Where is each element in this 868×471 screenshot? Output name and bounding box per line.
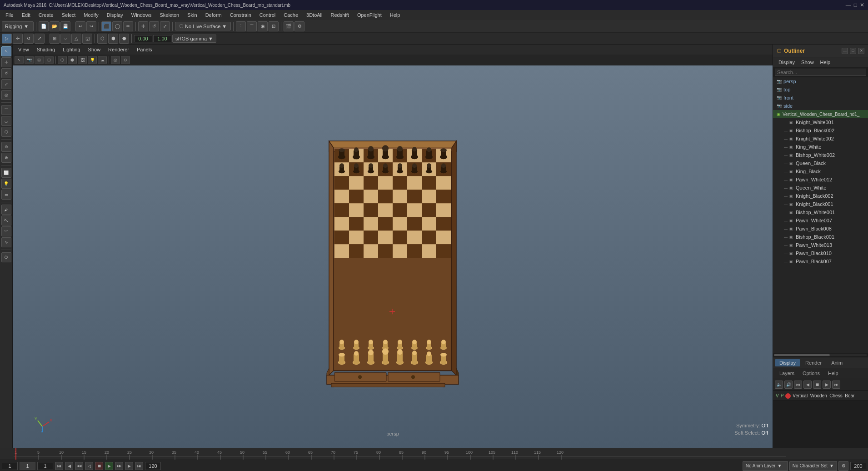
menu-select[interactable]: Select [58,11,80,19]
menu-create[interactable]: Create [35,11,57,19]
maximize-button[interactable]: □ [854,2,857,8]
select-mode-button[interactable]: ▷ [2,34,12,44]
vp-shadow-btn[interactable]: ☁ [98,56,107,64]
vp-isolate-btn[interactable]: ⊙ [121,56,130,64]
outliner-item-front[interactable]: 📷 front [773,94,868,102]
poly-tool[interactable]: ⬡ [1,127,11,137]
curve-tool[interactable]: ⌒ [1,105,11,115]
outliner-item-pawn-white007[interactable]: — ▣ Pawn_White007 [773,216,868,225]
lasso-tool-button[interactable]: ◯ [112,21,122,31]
component-mode-button[interactable]: ⊞ [50,34,60,44]
subtab-options[interactable]: Options [799,370,823,376]
prev-frame-btn[interactable]: ◀ [65,462,73,470]
scene-lights[interactable]: 💡 [1,179,11,189]
close-button[interactable]: ✕ [860,2,864,8]
scale-tool-left[interactable]: ⤢ [1,79,11,89]
gamma-input[interactable] [153,35,171,42]
audio-next-btn[interactable]: 🔊 [784,381,793,389]
menu-cache[interactable]: Cache [280,11,302,19]
outliner-item-bishop-black002[interactable]: — ▣ Bishop_Black002 [773,126,868,135]
outliner-item-queen-white[interactable]: — ▣ Queen_White [773,184,868,192]
char-set-dropdown[interactable]: No Character Set ▼ [789,461,837,471]
rotate-tool-left[interactable]: ↺ [1,68,11,78]
no-live-surface[interactable]: ⬡ No Live Surface ▼ [175,22,231,30]
snap-grid-button[interactable]: ⋮ [236,21,246,31]
stop-playback-btn[interactable]: ⏹ [95,462,103,470]
step-forward-btn[interactable]: ⏭ [832,381,840,389]
new-scene-button[interactable]: 📄 [39,21,49,31]
cloth-tool[interactable]: 〰 [1,226,11,236]
fur-tool[interactable]: ∿ [1,237,11,247]
paint-brush-tool[interactable]: 🖌 [1,205,11,215]
time-slider-tool[interactable]: ⏱ [1,252,11,262]
nurbs-tool[interactable]: ◡ [1,116,11,126]
vp-camera-btn[interactable]: 📷 [25,56,34,64]
outliner-maximize[interactable]: □ [850,48,856,54]
outliner-item-bishop-black001[interactable]: — ▣ Bishop_Black001 [773,233,868,241]
rewind-to-start-btn[interactable]: ⏮ [55,462,63,470]
ik-tool[interactable]: ⊗ [1,153,11,163]
menu-3dtoall[interactable]: 3DtoAll [303,11,326,19]
soft-mod-tool[interactable]: ◎ [1,90,11,100]
menu-windows[interactable]: Windows [128,11,155,19]
redo-button[interactable]: ↪ [86,21,96,31]
outliner-item-knight-black002[interactable]: — ▣ Knight_Black002 [773,192,868,200]
menu-skeleton[interactable]: Skeleton [156,11,183,19]
vp-menu-shading[interactable]: Shading [33,46,59,53]
tab-render[interactable]: Render [801,359,826,366]
snap-point-button[interactable]: ◉ [258,21,268,31]
outliner-item-knight-black001[interactable]: — ▣ Knight_Black001 [773,200,868,208]
vp-select-btn[interactable]: ↖ [15,56,24,64]
menu-openflight[interactable]: OpenFlight [354,11,385,19]
timeline-ruler[interactable]: 1 5 10 15 20 25 30 35 40 45 50 55 60 65 … [0,448,868,460]
outliner-item-king-black[interactable]: — ▣ King_Black [773,167,868,175]
outliner-item-queen-black[interactable]: — ▣ Queen_Black [773,159,868,167]
vp-menu-show[interactable]: Show [85,46,105,53]
snap-surface-button[interactable]: ⊡ [269,21,279,31]
menu-edit[interactable]: Edit [18,11,34,19]
menu-help[interactable]: Help [386,11,404,19]
outliner-item-pawn-black008[interactable]: — ▣ Pawn_Black008 [773,225,868,233]
next-frame-btn[interactable]: ▶ [125,462,133,470]
next-key-btn[interactable]: ▶▶ [115,462,123,470]
outliner-item-knight-white002[interactable]: — ▣ Knight_White002 [773,135,868,143]
start-frame-input[interactable] [2,462,18,470]
move-tool-left[interactable]: ✛ [1,57,11,67]
render-button[interactable]: 🎬 [284,21,294,31]
render-region[interactable]: ⬜ [1,168,11,178]
end-frame-input[interactable] [850,462,866,470]
window-controls[interactable]: — □ ✕ [846,2,864,8]
outliner-menu-show[interactable]: Show [798,59,817,66]
outliner-item-side[interactable]: 📷 side [773,102,868,110]
outliner-item-bishop-white002[interactable]: — ▣ Bishop_White002 [773,151,868,159]
mode-dropdown[interactable]: Rigging ▼ [2,21,34,31]
menu-constrain[interactable]: Constrain [226,11,255,19]
anim-options-btn[interactable]: ⚙ [838,461,848,471]
smooth-shade-button[interactable]: ⬢ [108,34,118,44]
vp-wireframe-btn[interactable]: ⬡ [58,56,67,64]
vp-menu-lighting[interactable]: Lighting [59,46,84,53]
outliner-item-knight-white001[interactable]: — ▣ Knight_White001 [773,118,868,126]
menu-skin[interactable]: Skin [184,11,200,19]
viewport-canvas[interactable]: persp Symmetry: Off Soft Select: Off X Y… [13,65,773,448]
play-fwd-btn[interactable]: ▶ [105,462,113,470]
anim-layer-dropdown[interactable]: No Anim Layer ▼ [743,461,788,471]
rotate-mode-button[interactable]: ↺ [24,34,34,44]
open-file-button[interactable]: 📂 [50,21,60,31]
vp-snap-btn[interactable]: ⊡ [45,56,54,64]
outliner-close[interactable]: ✕ [858,48,864,54]
menu-deform[interactable]: Deform [202,11,225,19]
render-settings-button[interactable]: ⚙ [294,21,304,31]
current-frame-input[interactable] [20,462,35,470]
outliner-search-input[interactable] [775,69,866,76]
step-backward-btn[interactable]: ⏮ [794,381,802,389]
play-back-btn[interactable]: ◁ [85,462,93,470]
color-space-dropdown[interactable]: sRGB gamma ▼ [172,35,216,43]
prev-key-btn[interactable]: ◀◀ [75,462,83,470]
outliner-item-pawn-white012[interactable]: — ▣ Pawn_White012 [773,175,868,184]
outliner-item-top[interactable]: 📷 top [773,85,868,94]
outliner-item-pawn-white013[interactable]: — ▣ Pawn_White013 [773,241,868,249]
range-start-input[interactable] [37,462,53,470]
tab-display[interactable]: Display [775,359,800,366]
vp-menu-renderer[interactable]: Renderer [105,46,133,53]
